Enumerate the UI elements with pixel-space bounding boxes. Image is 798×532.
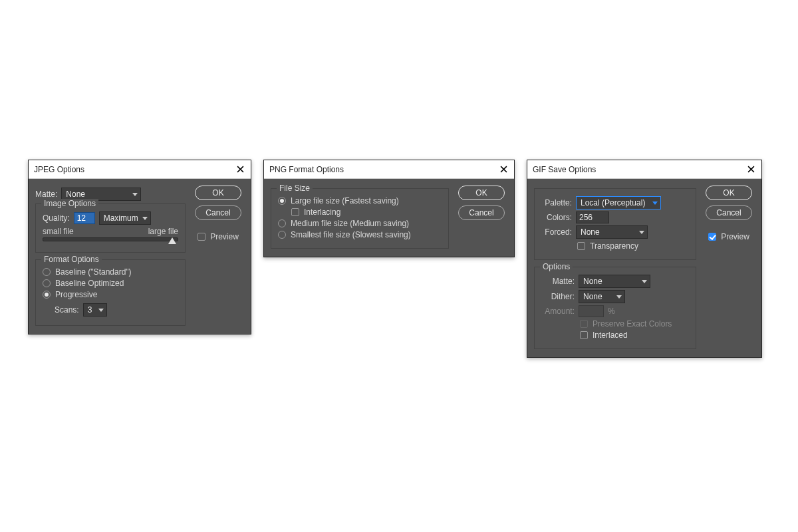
preview-checkbox[interactable]: Preview bbox=[198, 232, 239, 241]
radio-label: Large file size (Fastest saving) bbox=[291, 196, 399, 205]
filesize-legend: File Size bbox=[277, 184, 313, 193]
colors-label: Colors: bbox=[541, 213, 572, 222]
matte-select[interactable]: None bbox=[579, 275, 650, 288]
palette-label: Palette: bbox=[541, 198, 572, 207]
radio-icon bbox=[278, 197, 286, 205]
gif-options-group: Options Matte: None Dither: None bbox=[534, 267, 696, 349]
checkbox-icon bbox=[198, 233, 205, 241]
png-title: PNG Format Options bbox=[269, 165, 344, 174]
preserve-exact-label: Preserve Exact Colors bbox=[593, 319, 672, 329]
gif-options-legend: Options bbox=[540, 262, 573, 271]
jpeg-title: JPEG Options bbox=[34, 165, 84, 174]
slider-labels: small file large file bbox=[43, 227, 178, 236]
radio-icon bbox=[43, 268, 51, 276]
radio-label: Progressive bbox=[55, 290, 97, 299]
interlacing-checkbox[interactable]: Interlacing bbox=[291, 207, 442, 217]
amount-input bbox=[579, 305, 604, 317]
matte-value: None bbox=[583, 277, 602, 286]
quality-preset-value: Maximum bbox=[104, 213, 138, 223]
ok-button[interactable]: OK bbox=[706, 186, 752, 200]
close-icon[interactable] bbox=[235, 164, 245, 175]
cancel-button[interactable]: Cancel bbox=[195, 205, 241, 220]
radio-icon bbox=[278, 231, 286, 239]
chevron-down-icon bbox=[642, 280, 647, 283]
chevron-down-icon bbox=[142, 217, 148, 220]
slider-high-label: large file bbox=[148, 227, 178, 236]
amount-percent: % bbox=[608, 307, 615, 316]
radio-medium-file[interactable]: Medium file size (Medium saving) bbox=[278, 219, 442, 228]
dither-value: None bbox=[583, 292, 602, 301]
interlaced-checkbox[interactable]: Interlaced bbox=[580, 331, 689, 340]
radio-label: Medium file size (Medium saving) bbox=[291, 219, 409, 228]
gif-save-options-dialog: GIF Save Options Palette: Local (Percept… bbox=[527, 160, 762, 358]
scans-label: Scans: bbox=[55, 305, 79, 315]
matte-label: Matte: bbox=[541, 277, 575, 286]
close-icon[interactable] bbox=[498, 164, 509, 175]
chevron-down-icon bbox=[616, 295, 622, 299]
checkbox-icon bbox=[708, 233, 716, 241]
checkbox-icon bbox=[580, 320, 588, 328]
ok-button[interactable]: OK bbox=[195, 186, 241, 200]
radio-small-file[interactable]: Smallest file size (Slowest saving) bbox=[278, 230, 442, 239]
radio-large-file[interactable]: Large file size (Fastest saving) bbox=[278, 196, 442, 205]
radio-icon bbox=[43, 291, 51, 299]
preview-checkbox[interactable]: Preview bbox=[708, 232, 749, 241]
radio-progressive[interactable]: Progressive bbox=[43, 290, 178, 299]
scans-select[interactable]: 3 bbox=[83, 303, 107, 317]
format-options-legend: Format Options bbox=[41, 255, 102, 264]
dither-label: Dither: bbox=[541, 292, 575, 301]
format-options-group: Format Options Baseline ("Standard") Bas… bbox=[35, 259, 186, 326]
png-options-dialog: PNG Format Options File Size Large file … bbox=[263, 160, 515, 257]
radio-label: Baseline Optimized bbox=[55, 279, 124, 288]
chevron-down-icon bbox=[132, 193, 138, 196]
preview-label: Preview bbox=[721, 232, 749, 241]
ok-button[interactable]: OK bbox=[458, 186, 505, 200]
quality-slider[interactable] bbox=[43, 237, 178, 241]
transparency-label: Transparency bbox=[590, 241, 638, 251]
slider-low-label: small file bbox=[43, 227, 74, 236]
close-icon[interactable] bbox=[745, 164, 756, 175]
image-options-legend: Image Options bbox=[41, 199, 98, 208]
radio-icon bbox=[43, 279, 51, 287]
radio-baseline-optimized[interactable]: Baseline Optimized bbox=[43, 279, 178, 288]
interlacing-label: Interlacing bbox=[304, 207, 340, 217]
forced-value: None bbox=[581, 227, 600, 237]
matte-label: Matte: bbox=[35, 190, 57, 199]
gif-top-group: Palette: Local (Perceptual) Colors: Forc… bbox=[534, 188, 696, 260]
jpeg-titlebar: JPEG Options bbox=[29, 160, 251, 179]
dither-select[interactable]: None bbox=[579, 290, 625, 303]
png-titlebar: PNG Format Options bbox=[264, 160, 514, 179]
checkbox-icon bbox=[580, 331, 588, 339]
quality-preset-select[interactable]: Maximum bbox=[99, 211, 151, 225]
amount-label: Amount: bbox=[541, 307, 575, 316]
preserve-exact-colors-checkbox: Preserve Exact Colors bbox=[580, 319, 689, 329]
radio-label: Baseline ("Standard") bbox=[55, 267, 132, 277]
filesize-group: File Size Large file size (Fastest savin… bbox=[271, 188, 449, 249]
transparency-checkbox[interactable]: Transparency bbox=[577, 241, 689, 251]
colors-input[interactable] bbox=[576, 211, 609, 223]
quality-input[interactable] bbox=[74, 212, 95, 224]
checkbox-icon bbox=[577, 242, 585, 250]
preview-label: Preview bbox=[210, 232, 239, 241]
chevron-down-icon bbox=[652, 201, 658, 205]
radio-label: Smallest file size (Slowest saving) bbox=[291, 230, 411, 239]
image-options-group: Image Options Quality: Maximum small fil… bbox=[35, 203, 186, 253]
forced-select[interactable]: None bbox=[576, 225, 648, 239]
quality-label: Quality: bbox=[43, 213, 70, 223]
radio-baseline-standard[interactable]: Baseline ("Standard") bbox=[43, 267, 178, 277]
palette-select[interactable]: Local (Perceptual) bbox=[576, 196, 661, 209]
cancel-button[interactable]: Cancel bbox=[458, 205, 505, 220]
jpeg-options-dialog: JPEG Options Matte: None Image Options Q… bbox=[28, 160, 251, 334]
matte-value: None bbox=[66, 190, 85, 199]
slider-thumb[interactable] bbox=[168, 237, 176, 244]
checkbox-icon bbox=[291, 208, 299, 216]
chevron-down-icon bbox=[98, 309, 104, 312]
radio-icon bbox=[278, 219, 286, 227]
chevron-down-icon bbox=[639, 231, 644, 234]
interlaced-label: Interlaced bbox=[593, 331, 628, 340]
gif-titlebar: GIF Save Options bbox=[527, 160, 761, 179]
gif-title: GIF Save Options bbox=[533, 165, 596, 174]
palette-value: Local (Perceptual) bbox=[581, 198, 645, 207]
cancel-button[interactable]: Cancel bbox=[706, 205, 752, 220]
scans-value: 3 bbox=[88, 305, 92, 315]
